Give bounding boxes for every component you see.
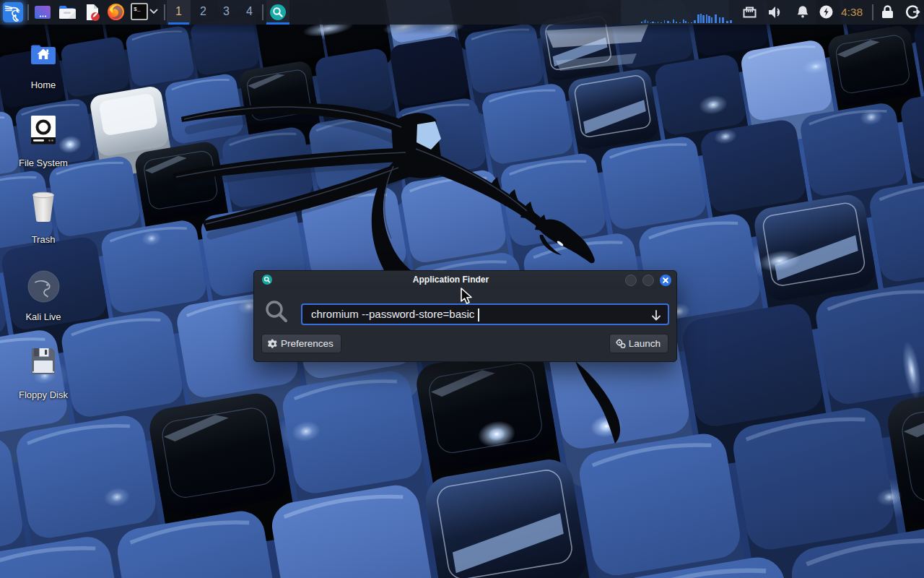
svg-text:$_: $_ (134, 6, 141, 12)
